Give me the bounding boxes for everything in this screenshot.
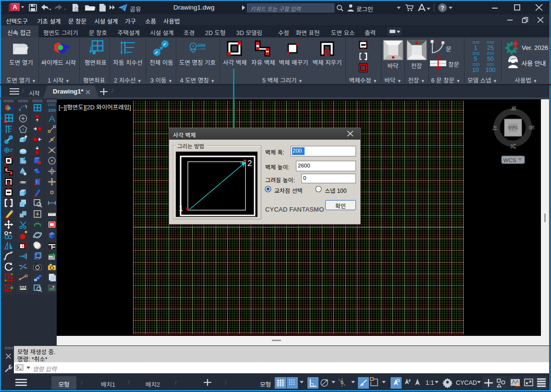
svg-text:1: 1 [179, 204, 183, 213]
svg-text:LUNFI: LUNFI [198, 48, 206, 50]
svg-text:P: P [7, 286, 10, 291]
svg-text:WCS: WCS [503, 157, 516, 163]
svg-text:A: A [12, 3, 17, 11]
svg-text:북: 북 [509, 106, 518, 111]
svg-text:?: ? [441, 4, 444, 12]
svg-text:100: 100 [48, 107, 56, 113]
svg-text:평면도: 평면도 [508, 125, 518, 130]
svg-text:WMF: WMF [49, 257, 55, 260]
svg-text:!: ! [517, 383, 518, 386]
svg-text:남: 남 [509, 143, 518, 149]
svg-text:ARN: ARN [198, 43, 206, 46]
svg-text:2: 2 [247, 159, 252, 168]
svg-text:동: 동 [527, 125, 537, 131]
svg-text:서: 서 [490, 125, 500, 131]
svg-text:P: P [7, 275, 11, 280]
